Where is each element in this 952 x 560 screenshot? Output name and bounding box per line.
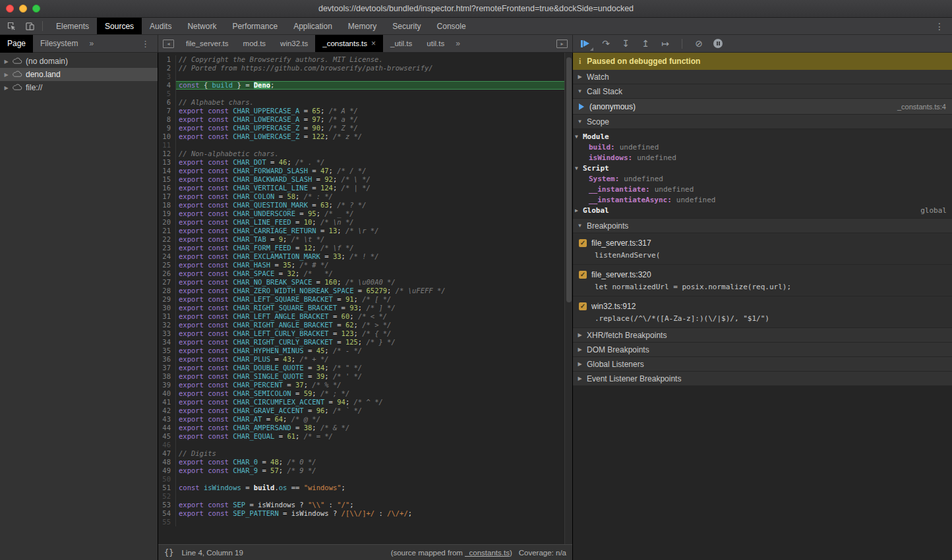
- step-over-button[interactable]: ↷: [601, 38, 611, 49]
- scope-group-module[interactable]: ▼Module: [573, 131, 952, 142]
- section-scope[interactable]: ▼ Scope: [573, 115, 952, 129]
- line-number[interactable]: 52: [158, 492, 176, 501]
- more-options-icon[interactable]: ⋮: [927, 18, 952, 34]
- navigator-item-file-[interactable]: ▶file://: [0, 81, 158, 94]
- line-number[interactable]: 26: [158, 269, 176, 278]
- scope-variable[interactable]: __instantiate:undefined: [573, 184, 952, 194]
- tab-console[interactable]: Console: [429, 18, 474, 34]
- tab-application[interactable]: Application: [285, 18, 340, 34]
- tab-audits[interactable]: Audits: [142, 18, 179, 34]
- pretty-print-icon[interactable]: {}: [164, 548, 173, 557]
- line-number[interactable]: 55: [158, 518, 176, 526]
- tab-memory[interactable]: Memory: [340, 18, 384, 34]
- line-number[interactable]: 24: [158, 252, 176, 261]
- close-window-button[interactable]: [6, 5, 14, 13]
- scope-variable[interactable]: build:undefined: [573, 142, 952, 152]
- scope-group-script[interactable]: ▼Script: [573, 163, 952, 173]
- line-number[interactable]: 16: [158, 184, 176, 192]
- line-number[interactable]: 22: [158, 235, 176, 244]
- breakpoint-entry[interactable]: ✓win32.ts:912.replace(/^\/*([A-Za-z]:)(\…: [573, 296, 952, 328]
- line-number[interactable]: 42: [158, 406, 176, 415]
- line-number[interactable]: 3: [158, 72, 176, 81]
- line-number[interactable]: 37: [158, 364, 176, 372]
- pause-on-exceptions-button[interactable]: [713, 39, 723, 48]
- line-number[interactable]: 35: [158, 347, 176, 355]
- navigator-item--no-domain-[interactable]: ▶(no domain): [0, 55, 158, 68]
- section-breakpoints[interactable]: ▼ Breakpoints: [573, 219, 952, 233]
- line-number[interactable]: 17: [158, 192, 176, 201]
- navigator-tab-overflow-icon[interactable]: »: [85, 39, 98, 48]
- file-tab-win32.ts[interactable]: win32.ts: [273, 35, 315, 52]
- editor-scrollbar[interactable]: [564, 53, 572, 544]
- tab-performance[interactable]: Performance: [224, 18, 285, 34]
- tab-security[interactable]: Security: [384, 18, 429, 34]
- line-number[interactable]: 1: [158, 55, 176, 64]
- line-number[interactable]: 33: [158, 329, 176, 338]
- breakpoint-checkbox[interactable]: ✓: [579, 302, 587, 310]
- line-number[interactable]: 13: [158, 158, 176, 167]
- line-number[interactable]: 45: [158, 432, 176, 441]
- line-number[interactable]: 49: [158, 466, 176, 475]
- breakpoint-entry[interactable]: ✓file_server.ts:320let normalizedUrl = p…: [573, 265, 952, 296]
- breakpoint-checkbox[interactable]: ✓: [579, 271, 587, 279]
- line-number[interactable]: 21: [158, 227, 176, 235]
- line-number[interactable]: 5: [158, 90, 176, 98]
- navigator-tab-filesystem[interactable]: Filesystem: [33, 35, 85, 53]
- line-number[interactable]: 8: [158, 115, 176, 124]
- tab-network[interactable]: Network: [179, 18, 224, 34]
- line-number[interactable]: 29: [158, 295, 176, 304]
- line-number[interactable]: 7: [158, 107, 176, 115]
- source-map-link[interactable]: _constants.ts: [465, 549, 510, 557]
- section-dom-breakpoints[interactable]: ▶ DOM Breakpoints: [573, 343, 952, 357]
- scope-variable[interactable]: isWindows:undefined: [573, 152, 952, 163]
- line-number[interactable]: 53: [158, 501, 176, 509]
- line-number[interactable]: 23: [158, 244, 176, 252]
- file-tab-mod.ts[interactable]: mod.ts: [236, 35, 274, 52]
- line-number[interactable]: 14: [158, 167, 176, 175]
- line-number[interactable]: 41: [158, 398, 176, 406]
- line-number[interactable]: 11: [158, 141, 176, 150]
- line-number[interactable]: 31: [158, 312, 176, 321]
- collapse-navigator-icon[interactable]: ◂: [163, 40, 174, 48]
- section-call-stack[interactable]: ▼ Call Stack: [573, 84, 952, 99]
- line-number[interactable]: 44: [158, 424, 176, 432]
- line-number[interactable]: 47: [158, 449, 176, 458]
- line-number[interactable]: 51: [158, 484, 176, 492]
- file-tab-util.ts[interactable]: util.ts: [419, 35, 452, 52]
- line-number[interactable]: 27: [158, 278, 176, 287]
- tab-sources[interactable]: Sources: [97, 18, 142, 34]
- line-number[interactable]: 18: [158, 201, 176, 210]
- file-tab-_constants.ts[interactable]: _constants.ts×: [315, 35, 383, 52]
- scope-group-global[interactable]: ▶Globalglobal: [573, 205, 952, 215]
- section-xhr-breakpoints[interactable]: ▶ XHR/fetch Breakpoints: [573, 328, 952, 343]
- file-tab-overflow-icon[interactable]: »: [452, 39, 464, 48]
- section-global-listeners[interactable]: ▶ Global Listeners: [573, 357, 952, 372]
- line-number[interactable]: 9: [158, 124, 176, 132]
- line-number[interactable]: 28: [158, 287, 176, 295]
- line-number[interactable]: 25: [158, 261, 176, 269]
- line-number[interactable]: 50: [158, 475, 176, 484]
- resume-script-button[interactable]: [581, 40, 591, 48]
- step-button[interactable]: ↦: [660, 38, 670, 49]
- scope-variable[interactable]: __instantiateAsync:undefined: [573, 194, 952, 205]
- file-tab-_util.ts[interactable]: _util.ts: [383, 35, 419, 52]
- device-toolbar-icon[interactable]: [22, 19, 38, 34]
- tab-elements[interactable]: Elements: [48, 18, 97, 34]
- navigator-more-icon[interactable]: ⋮: [133, 39, 158, 49]
- line-number[interactable]: 54: [158, 509, 176, 518]
- line-number[interactable]: 15: [158, 175, 176, 184]
- chevron-right-icon[interactable]: ▶: [3, 72, 9, 78]
- navigator-item-deno-land[interactable]: ▶deno.land: [0, 68, 158, 81]
- scope-variable[interactable]: System:undefined: [573, 173, 952, 184]
- line-number[interactable]: 4: [158, 81, 176, 90]
- breakpoint-checkbox[interactable]: ✓: [579, 239, 587, 247]
- scrollbar-thumb[interactable]: [566, 57, 572, 302]
- line-number[interactable]: 48: [158, 458, 176, 466]
- line-number[interactable]: 12: [158, 150, 176, 158]
- inspect-element-icon[interactable]: [3, 19, 19, 34]
- breakpoint-entry[interactable]: ✓file_server.ts:317listenAndServe(: [573, 233, 952, 265]
- line-number[interactable]: 34: [158, 338, 176, 347]
- zoom-window-button[interactable]: [32, 5, 40, 13]
- line-number[interactable]: 40: [158, 389, 176, 398]
- close-tab-icon[interactable]: ×: [371, 35, 376, 52]
